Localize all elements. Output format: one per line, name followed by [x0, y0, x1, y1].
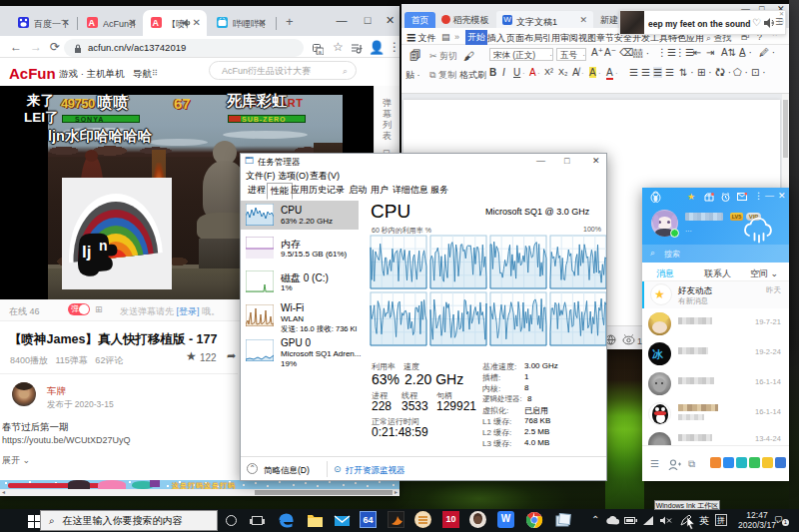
svg-text:n: n — [99, 238, 108, 254]
svg-text:lj: lj — [82, 243, 91, 262]
svg-text:A: A — [153, 18, 160, 28]
svg-text:A: A — [89, 18, 96, 28]
